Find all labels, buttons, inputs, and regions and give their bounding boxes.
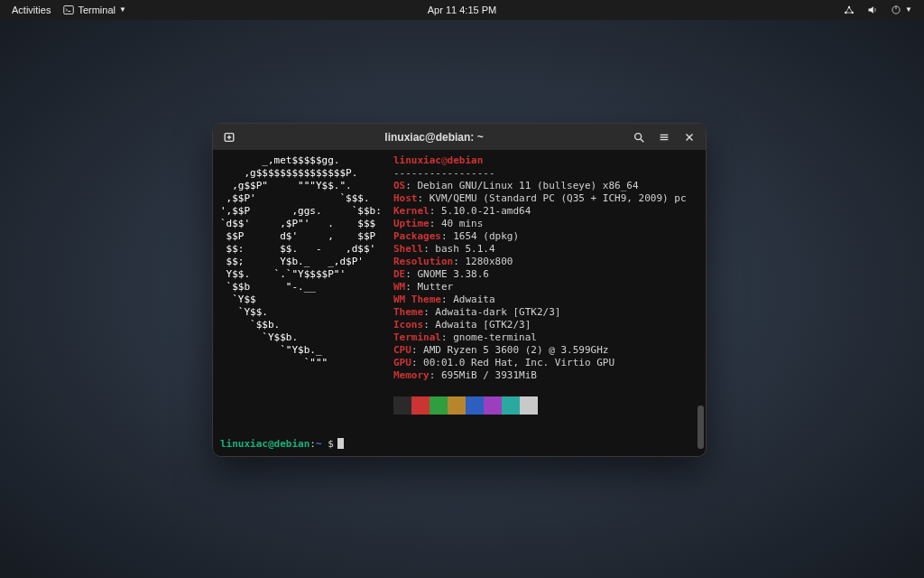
prompt-userhost: linuxiac@debian xyxy=(220,438,310,450)
neofetch-info-block: linuxiac@debian ----------------- OS: De… xyxy=(393,154,698,382)
text-cursor xyxy=(337,438,344,449)
svg-rect-0 xyxy=(64,6,74,14)
new-tab-icon xyxy=(223,131,236,144)
info-value: : Adwaita-dark [GTK2/3] xyxy=(423,306,560,318)
window-title: linuxiac@debian: ~ xyxy=(245,131,623,144)
info-key: Terminal xyxy=(393,331,441,343)
chevron-down-icon: ▼ xyxy=(119,0,126,20)
volume-indicator[interactable] xyxy=(861,5,884,15)
info-value: : Mutter xyxy=(405,281,453,293)
info-value: : Adwaita xyxy=(441,294,495,305)
top-panel: Activities Terminal ▼ Apr 11 4:15 PM ▼ xyxy=(0,0,924,20)
search-button[interactable] xyxy=(628,127,650,147)
info-user: linuxiac xyxy=(393,154,441,166)
info-key: CPU xyxy=(393,344,411,356)
info-key: WM Theme xyxy=(393,294,441,305)
info-value: : bash 5.1.4 xyxy=(423,243,494,255)
info-key: Packages xyxy=(393,230,441,242)
info-row: OS: Debian GNU/Linux 11 (bullseye) x86_6… xyxy=(393,180,698,192)
power-icon xyxy=(891,5,901,15)
info-key: Icons xyxy=(393,319,423,331)
info-row: Packages: 1654 (dpkg) xyxy=(393,230,698,243)
info-value: : GNOME 3.38.6 xyxy=(405,268,489,280)
search-icon xyxy=(633,131,645,144)
info-value: : KVM/QEMU (Standard PC (Q35 + ICH9, 200… xyxy=(418,192,687,204)
color-swatch xyxy=(502,396,520,415)
active-app-label: Terminal xyxy=(78,0,116,20)
info-key: Theme xyxy=(393,306,423,318)
terminal-icon xyxy=(63,5,74,15)
color-swatch xyxy=(520,396,538,415)
info-key: GPU xyxy=(393,357,411,368)
network-icon xyxy=(844,5,855,15)
info-key: OS xyxy=(393,180,405,191)
close-window-button[interactable] xyxy=(679,127,700,147)
info-row: Theme: Adwaita-dark [GTK2/3] xyxy=(393,306,698,319)
prompt-symbol: $ xyxy=(328,438,334,450)
info-row: GPU: 00:01.0 Red Hat, Inc. Virtio GPU xyxy=(393,357,698,369)
info-row: CPU: AMD Ryzen 5 3600 (2) @ 3.599GHz xyxy=(393,344,698,357)
info-row: Uptime: 40 mins xyxy=(393,218,698,230)
info-row: Icons: Adwaita [GTK2/3] xyxy=(393,319,698,331)
scrollbar-thumb[interactable] xyxy=(698,406,704,449)
clock[interactable]: Apr 11 4:15 PM xyxy=(421,0,503,20)
info-key: WM xyxy=(393,281,405,293)
power-indicator[interactable]: ▼ xyxy=(884,0,919,20)
color-swatches xyxy=(393,396,538,415)
new-tab-button[interactable] xyxy=(218,127,240,147)
color-swatch xyxy=(430,396,448,415)
info-row: Terminal: gnome-terminal xyxy=(393,331,698,344)
active-app-indicator[interactable]: Terminal ▼ xyxy=(57,0,133,20)
userhost-line: linuxiac@debian xyxy=(393,154,698,167)
info-value: : 00:01.0 Red Hat, Inc. Virtio GPU xyxy=(411,357,614,368)
terminal-viewport[interactable]: _,met$$$$$gg. ,g$$$$$$$$$$$$$$$P. ,g$$P"… xyxy=(213,151,706,456)
network-indicator[interactable] xyxy=(837,5,861,15)
info-key: Host xyxy=(393,192,418,204)
color-swatch xyxy=(393,396,411,415)
info-key: Uptime xyxy=(393,218,430,229)
prompt-colon: : xyxy=(310,438,316,450)
color-swatch xyxy=(466,396,484,415)
prompt-line: linuxiac@debian:~ $ xyxy=(220,438,344,451)
info-key: Shell xyxy=(393,243,423,255)
svg-point-6 xyxy=(635,133,642,139)
info-value: : AMD Ryzen 5 3600 (2) @ 3.599GHz xyxy=(411,344,609,356)
color-swatch xyxy=(484,396,502,415)
terminal-window: linuxiac@debian: ~ _,met$$$$$gg. ,g$$$$$… xyxy=(212,123,707,457)
info-key: Resolution xyxy=(393,256,453,267)
info-row: Kernel: 5.10.0-21-amd64 xyxy=(393,205,698,218)
chevron-down-icon: ▼ xyxy=(905,0,912,20)
info-value: : 1280x800 xyxy=(453,256,513,267)
info-row: WM: Mutter xyxy=(393,281,698,294)
info-host: debian xyxy=(448,154,484,166)
info-row: DE: GNOME 3.38.6 xyxy=(393,268,698,281)
color-swatch xyxy=(411,396,430,415)
info-row: Shell: bash 5.1.4 xyxy=(393,243,698,256)
info-value: : Adwaita [GTK2/3] xyxy=(423,319,531,331)
info-row: WM Theme: Adwaita xyxy=(393,294,698,306)
neofetch-ascii-art: _,met$$$$$gg. ,g$$$$$$$$$$$$$$$P. ,g$$P"… xyxy=(220,154,382,369)
info-key: DE xyxy=(393,268,405,280)
info-value: : 5.10.0-21-amd64 xyxy=(430,205,531,217)
separator-line: ----------------- xyxy=(393,167,698,180)
activities-button[interactable]: Activities xyxy=(5,0,57,20)
close-icon xyxy=(683,131,696,144)
info-key: Memory xyxy=(393,369,430,381)
info-key: Kernel xyxy=(393,205,430,217)
info-row: Resolution: 1280x800 xyxy=(393,256,698,268)
info-row: Host: KVM/QEMU (Standard PC (Q35 + ICH9,… xyxy=(393,192,698,205)
info-value: : Debian GNU/Linux 11 (bullseye) x86_64 xyxy=(405,180,638,191)
info-value: : 695MiB / 3931MiB xyxy=(430,369,537,381)
prompt-path: ~ xyxy=(316,438,322,450)
hamburger-icon xyxy=(658,131,670,144)
info-value: : gnome-terminal xyxy=(441,331,537,343)
volume-icon xyxy=(867,5,878,15)
info-value: : 1654 (dpkg) xyxy=(441,230,519,242)
info-value: : 40 mins xyxy=(430,218,484,229)
window-titlebar[interactable]: linuxiac@debian: ~ xyxy=(213,124,706,151)
at-sign: @ xyxy=(441,154,448,166)
color-swatch xyxy=(448,396,466,415)
hamburger-menu-button[interactable] xyxy=(653,127,675,147)
info-row: Memory: 695MiB / 3931MiB xyxy=(393,369,698,382)
